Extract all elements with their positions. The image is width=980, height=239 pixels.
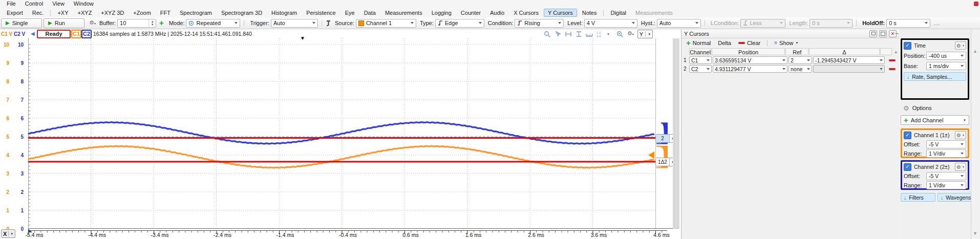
type-select[interactable]: Edge	[435, 19, 484, 28]
add-delta-cursor-button[interactable]: Delta	[715, 39, 734, 47]
time-position-select[interactable]: -400 us	[926, 52, 966, 60]
collapse-left-icon[interactable]: ◀	[31, 31, 35, 36]
menu-view[interactable]: View	[48, 0, 69, 8]
zoom-icon[interactable]	[544, 31, 551, 38]
table-scroll-up-icon[interactable]: ▲	[892, 50, 899, 54]
cursor-channel-select[interactable]: C2	[689, 65, 712, 73]
list-icon: ≡	[774, 40, 777, 46]
c2-badge[interactable]: C2	[81, 30, 92, 38]
tab-xyz-3d[interactable]: +XYZ 3D	[97, 9, 128, 17]
single-button[interactable]: ▶Single	[1, 18, 42, 28]
options-button[interactable]: ⚙Options	[903, 105, 932, 111]
cursor-position-select[interactable]: 3.636595134 V	[713, 56, 787, 64]
tab-xy[interactable]: +XY	[53, 9, 72, 17]
scroll-up-icon[interactable]: ▲	[973, 49, 977, 54]
condition-select[interactable]: Rising	[515, 19, 564, 28]
tab-fft[interactable]: FFT	[156, 9, 175, 17]
chevron-down-icon	[961, 65, 964, 67]
menu-window[interactable]: Window	[69, 0, 98, 8]
zoom-in-icon[interactable]	[616, 31, 624, 38]
menu-control[interactable]: Control	[20, 0, 48, 8]
rate-samples-button[interactable]: ↓Rate, Samples...	[904, 72, 966, 81]
cursor-channel-select[interactable]: C1	[689, 56, 712, 64]
filters-button[interactable]: ↓Filters	[901, 193, 935, 202]
add-channel-button[interactable]: +Add Channel▼	[901, 115, 969, 125]
waveform-plot[interactable]	[28, 38, 674, 229]
holdoff-select[interactable]: 0 s	[886, 19, 930, 28]
tab-notes[interactable]: Notes	[578, 9, 601, 17]
chevron-down-icon	[925, 22, 928, 24]
channel-2-offset-value: -5 V	[929, 173, 958, 179]
tab-zoom[interactable]: +Zoom	[129, 9, 155, 17]
vertical-measure-icon[interactable]	[576, 31, 582, 37]
channel-2-offset-select[interactable]: -5 V	[926, 172, 966, 180]
expand-right-icon[interactable]: →	[893, 29, 900, 36]
float-window-icon[interactable]	[869, 30, 877, 37]
tab-spectrogram-3d[interactable]: Spectrogram 3D	[217, 9, 266, 17]
hysteresis-select[interactable]: Auto	[657, 19, 701, 28]
x-axis-button[interactable]: X▼	[1, 229, 15, 238]
remove-cursor-button[interactable]	[886, 68, 898, 70]
ruler-icon[interactable]	[586, 31, 593, 37]
channel-1-checkbox[interactable]: ✓	[904, 132, 911, 139]
tab-eye[interactable]: Eye	[341, 9, 359, 17]
tab-rec[interactable]: Rec.	[28, 9, 48, 17]
add-normal-cursor-button[interactable]: +Normal	[684, 39, 713, 47]
mode-select[interactable]: Repeated	[186, 19, 240, 28]
plot-vertical-scrollbar[interactable]	[673, 38, 679, 229]
tab-data[interactable]: Data	[360, 9, 380, 17]
tab-digital[interactable]: Digital	[606, 9, 630, 17]
scroll-down-icon[interactable]: ▼	[973, 231, 977, 236]
tab-histogram[interactable]: Histogram	[267, 9, 301, 17]
tab-y-cursors[interactable]: Y Cursors	[544, 9, 577, 17]
time-checkbox[interactable]: ✓	[904, 42, 911, 50]
trigger-position-icon[interactable]: ▼	[300, 35, 305, 41]
remove-cursor-button[interactable]	[886, 59, 898, 61]
channel-1-gear-icon[interactable]: ⚙▼	[955, 131, 966, 139]
menu-file[interactable]: File	[2, 0, 20, 8]
source-select[interactable]: Channel 1	[356, 19, 416, 28]
show-menu-button[interactable]: ≡Show▼	[772, 39, 801, 47]
time-gear-icon[interactable]: ⚙▼	[955, 41, 966, 50]
c1-badge[interactable]: C1	[71, 30, 81, 38]
gear-icon[interactable]: ⚙▾	[89, 20, 96, 27]
cursor-position-select[interactable]: 4.931129477 V	[713, 65, 787, 73]
tab-xyz[interactable]: +XYZ	[74, 9, 96, 17]
level-select[interactable]: 4 V	[584, 19, 637, 28]
channel-1-offset-select[interactable]: -5 V	[926, 140, 966, 148]
add-buffer-icon[interactable]: +	[159, 19, 164, 27]
stepper-arrows-icon[interactable]: ▲▼	[148, 19, 156, 27]
cursor-pointer-icon[interactable]	[555, 31, 561, 37]
tab-counter[interactable]: Counter	[457, 9, 485, 17]
trigger-level-icon[interactable]	[648, 151, 654, 159]
buffer-stepper[interactable]: 10▲▼	[117, 19, 156, 28]
clear-cursors-button[interactable]: Clear	[736, 39, 763, 47]
y-axis-mode-button[interactable]: Y▼	[637, 30, 653, 38]
tab-x-cursors[interactable]: X Cursors	[509, 9, 543, 17]
trigger-select[interactable]: Auto	[271, 19, 318, 28]
chevron-down-icon[interactable]: ▼	[607, 33, 610, 36]
channel-1-range-select[interactable]: 1 V/div	[926, 149, 966, 158]
tab-audio[interactable]: Audio	[486, 9, 508, 17]
tab-export[interactable]: Export	[3, 9, 27, 17]
horizontal-measure-icon[interactable]	[565, 31, 572, 37]
channel-2-gear-icon[interactable]: ⚙▼	[955, 163, 966, 171]
single-label: Single	[12, 20, 28, 26]
plot-settings-gear-icon[interactable]: ⚙▾	[627, 31, 634, 37]
tab-logging[interactable]: Logging	[428, 9, 456, 17]
run-button[interactable]: ▶Run	[44, 18, 84, 28]
cursor-ref-select[interactable]: none	[789, 65, 812, 73]
tab-persistence[interactable]: Persistence	[302, 9, 339, 17]
sidebar-scrollbar[interactable]: ▲▼	[971, 29, 980, 239]
cursor-delta-select[interactable]: -1.2945343427 V	[813, 56, 885, 64]
channel-order-icon[interactable]: 1 23 4	[596, 31, 603, 37]
channel-2-checkbox[interactable]: ✓	[904, 163, 911, 171]
channel-2-range-select[interactable]: 1 V/div	[926, 181, 966, 189]
cursor-ref-select[interactable]: 2	[789, 56, 812, 64]
time-base-select[interactable]: 1 ms/div	[926, 62, 966, 70]
toolbar-more-button[interactable]: ...	[934, 20, 940, 26]
maximize-window-icon[interactable]	[879, 30, 887, 37]
tab-spectrogram[interactable]: Spectrogram	[176, 9, 216, 17]
separator	[50, 10, 51, 16]
tab-measurements[interactable]: Measurements	[381, 9, 427, 17]
